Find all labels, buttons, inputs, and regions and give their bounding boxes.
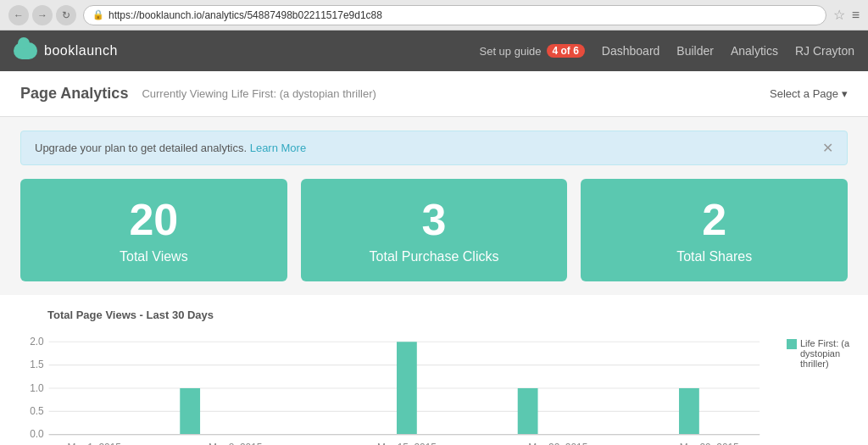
app-header: booklaunch Set up guide 4 of 6 Dashboard… <box>0 31 868 71</box>
chart1-svg: 2.0 1.5 1.0 0.5 0.0 <box>14 330 780 445</box>
back-button[interactable]: ← <box>8 5 29 25</box>
lock-icon: 🔒 <box>92 9 104 20</box>
x-label-mar15: Mar 15, 2015 <box>377 442 437 445</box>
total-views-label: Total Views <box>34 249 274 264</box>
total-views-card: 20 Total Views <box>20 179 287 281</box>
y-label-20: 2.0 <box>30 336 44 348</box>
bar-mar17 <box>397 342 417 434</box>
setup-guide-label: Set up guide <box>479 45 541 58</box>
bar-mar22 <box>518 388 538 435</box>
builder-nav-link[interactable]: Builder <box>676 44 714 58</box>
setup-guide-button[interactable]: Set up guide 4 of 6 <box>479 44 584 58</box>
browser-nav-buttons: ← → ↻ <box>8 5 76 25</box>
total-shares-label: Total Shares <box>594 249 834 264</box>
page-content: Page Analytics Currently Viewing Life Fi… <box>0 71 868 445</box>
y-label-10: 1.0 <box>30 382 44 394</box>
y-label-00: 0.0 <box>30 428 44 440</box>
total-purchase-clicks-number: 3 <box>314 196 554 244</box>
address-bar[interactable]: 🔒 https://booklaunch.io/analytics/548874… <box>83 5 826 25</box>
user-name: RJ Crayton <box>795 44 854 58</box>
upgrade-banner: Upgrade your plan to get detailed analyt… <box>20 131 848 165</box>
bar-mar29 <box>679 388 699 435</box>
analytics-header-bar: Page Analytics Currently Viewing Life Fi… <box>0 71 868 117</box>
legend-item-1: Life First: (a dystopian thriller) <box>787 338 854 369</box>
chart1-main: 2.0 1.5 1.0 0.5 0.0 <box>14 330 780 445</box>
logo-text: booklaunch <box>44 43 118 58</box>
banner-close-button[interactable]: ✕ <box>822 140 833 156</box>
x-label-mar29: Mar 29, 2015 <box>680 442 739 445</box>
currently-viewing-label: Currently Viewing Life First: (a dystopi… <box>142 87 376 100</box>
dashboard-nav-link[interactable]: Dashboard <box>602 44 660 58</box>
total-shares-card: 2 Total Shares <box>581 179 848 281</box>
y-label-05: 0.5 <box>30 405 44 417</box>
total-views-number: 20 <box>34 196 274 244</box>
x-label-mar22: Mar 22, 2015 <box>528 442 587 445</box>
stats-row: 20 Total Views 3 Total Purchase Clicks 2… <box>0 179 868 295</box>
chart1-title: Total Page Views - Last 30 Days <box>14 309 854 321</box>
y-label-15: 1.5 <box>30 359 44 370</box>
x-label-mar1: Mar 1, 2015 <box>67 442 121 445</box>
page-title: Page Analytics <box>20 85 128 103</box>
header-nav: Set up guide 4 of 6 Dashboard Builder An… <box>479 44 854 58</box>
analytics-nav-link[interactable]: Analytics <box>731 44 778 58</box>
legend-label-1: Life First: (a dystopian thriller) <box>800 338 854 369</box>
select-page-label: Select a Page <box>770 87 838 100</box>
bookmark-button[interactable]: ☆ <box>833 7 845 23</box>
setup-badge: 4 of 6 <box>547 44 585 58</box>
chevron-down-icon: ▾ <box>842 87 848 100</box>
total-shares-number: 2 <box>594 196 834 244</box>
upgrade-text: Upgrade your plan to get detailed analyt… <box>35 142 306 154</box>
chart-last-30-days: Total Page Views - Last 30 Days 2.0 1.5 … <box>0 295 868 445</box>
chart1-legend: Life First: (a dystopian thriller) <box>787 330 854 445</box>
browser-bar: ← → ↻ 🔒 https://booklaunch.io/analytics/… <box>0 0 868 31</box>
menu-button[interactable]: ≡ <box>852 8 860 23</box>
refresh-button[interactable]: ↻ <box>56 5 76 25</box>
logo-area: booklaunch <box>14 42 118 59</box>
total-purchase-clicks-card: 3 Total Purchase Clicks <box>301 179 568 281</box>
bar-mar8 <box>180 388 200 435</box>
chart1-area: 2.0 1.5 1.0 0.5 0.0 <box>14 330 854 445</box>
forward-button[interactable]: → <box>32 5 53 25</box>
legend-color-1 <box>787 339 797 349</box>
logo-icon <box>14 42 37 59</box>
x-label-mar8: Mar 8, 2015 <box>209 442 263 445</box>
url-text: https://booklaunch.io/analytics/54887498… <box>108 9 382 21</box>
learn-more-link[interactable]: Learn More <box>250 142 306 154</box>
total-purchase-clicks-label: Total Purchase Clicks <box>314 249 554 264</box>
select-page-button[interactable]: Select a Page ▾ <box>770 87 848 100</box>
